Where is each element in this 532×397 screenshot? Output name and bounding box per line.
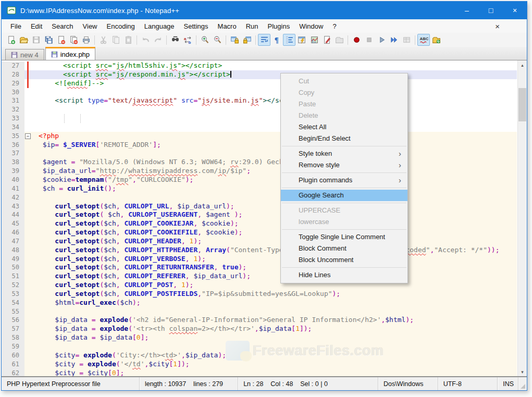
redo-button[interactable] [152,34,164,46]
line-text[interactable]: $ip_data_url="http://whatismyipaddress.c… [35,167,517,176]
line-text[interactable]: $city = $city[0]; [35,369,517,377]
close-file-button[interactable] [55,34,67,46]
macro-save-button[interactable] [400,34,413,46]
macro-stop-button[interactable] [363,34,375,46]
resize-grip[interactable] [518,377,527,390]
paste-button[interactable] [122,34,134,46]
user-defined-language-button[interactable] [320,34,333,46]
line-text[interactable]: curl_setopt( $ch, CURLOPT_USERAGENT, $ag… [35,210,517,219]
line-text[interactable]: $ip_data = explode('<h2 id="General-IP-I… [35,316,517,325]
line-text[interactable]: $ip_data = $ip_data[0]; [35,333,517,342]
copy-button[interactable] [109,34,122,46]
context-item-style-token[interactable]: Style token› [281,148,407,159]
line-text[interactable]: $agent = "Mozilla/5.0 (Windows NT 6.3; W… [35,158,517,167]
minimize-button[interactable]: – [455,2,479,19]
scrollbar-thumb[interactable] [518,88,526,121]
vertical-scrollbar[interactable]: ▴ ▾ [517,60,527,376]
context-item-block-comment[interactable]: Block Comment [281,243,407,254]
line-text[interactable]: curl_setopt($ch, CURLOPT_RETURNTRANSFER,… [35,263,517,272]
undo-button[interactable] [139,34,152,46]
new-file-button[interactable] [5,34,17,46]
fold-collapse-icon[interactable]: − [25,133,31,139]
find-button[interactable] [169,34,181,46]
zoom-in-button[interactable] [199,34,211,46]
replace-button[interactable]: ab [181,34,194,46]
menu-macro[interactable]: Macro [213,22,241,30]
context-item-hide-lines[interactable]: Hide Lines [281,269,407,281]
close-all-button[interactable] [67,34,80,46]
indent-guide-button[interactable] [283,34,295,46]
folder-as-workspace-button[interactable] [333,34,345,46]
line-text[interactable]: curl_setopt($ch, CURLOPT_POST, 1); [35,281,517,290]
context-item-begin-end-select[interactable]: Begin/End Select [281,133,407,144]
line-text[interactable]: curl_setopt($ch, CURLOPT_COOKIEJAR, $coo… [35,219,517,228]
line-text[interactable]: curl_setopt($ch, CURLOPT_HTTPHEADER, Arr… [35,246,517,255]
line-text[interactable]: curl_setopt($ch, CURLOPT_VERBOSE, 1); [35,255,517,264]
line-text[interactable] [35,307,517,316]
spell-check-button[interactable]: ABC [417,34,430,46]
line-text[interactable] [35,105,517,114]
scroll-down-arrow[interactable]: ▾ [518,367,527,376]
sync-vertical-button[interactable] [228,34,241,46]
menubar-close-icon[interactable]: × [495,22,500,31]
menu-encoding[interactable]: Encoding [102,22,140,30]
macro-record-button[interactable] [350,34,363,46]
code-editor[interactable]: 27 <script src="js/html5shiv.js"></scrip… [2,60,527,377]
tab-index-php[interactable]: index.php [45,47,95,60]
line-text[interactable]: <script type="text/javascript" src="js/s… [35,96,517,105]
context-item-plugin-commands[interactable]: Plugin commands› [281,175,407,186]
save-all-button[interactable] [42,34,55,46]
function-list-button[interactable] [295,34,308,46]
line-text[interactable]: curl_setopt($ch, CURLOPT_POSTFIELDS,"IP=… [35,290,517,299]
line-text[interactable] [35,123,517,132]
show-all-characters-button[interactable]: ¶ [270,34,283,46]
close-button[interactable]: × [503,2,527,19]
line-text[interactable]: <script src="js/html5shiv.js"></script> [35,61,517,70]
context-item-remove-style[interactable]: Remove style› [281,159,407,171]
menu-edit[interactable]: Edit [26,22,47,30]
open-file-button[interactable] [17,34,30,46]
macro-play-button[interactable] [375,34,388,46]
line-text[interactable] [35,342,517,351]
word-wrap-button[interactable] [258,34,270,46]
tab-new-4[interactable]: new 4 [5,49,44,60]
line-text[interactable]: $city= explode('City:</th><td>',$ip_data… [35,351,517,360]
macro-run-multiple-button[interactable] [388,34,400,46]
menu-window[interactable]: Window [294,22,328,30]
menu-file[interactable]: File [6,22,26,30]
save-file-button[interactable] [30,34,42,46]
menu-settings[interactable]: Settings [179,22,213,30]
line-text[interactable]: $html=curl_exec($ch); [35,299,517,307]
document-map-button[interactable] [308,34,320,46]
context-item-toggle-single-line-comment[interactable]: Toggle Single Line Comment [281,231,407,243]
menu-[interactable]: ? [328,22,341,30]
menu-plugins[interactable]: Plugins [263,22,295,30]
menu-language[interactable]: Language [140,22,179,30]
line-text[interactable] [35,193,517,202]
code-area[interactable]: 27 <script src="js/html5shiv.js"></scrip… [2,61,517,377]
menu-view[interactable]: View [78,22,102,30]
line-text[interactable]: <![endif]--> [35,79,517,88]
line-text[interactable]: $ip_data = explode('<tr><th colspan=2></… [35,325,517,333]
line-text[interactable]: $ip= $_SERVER['REMOTE_ADDR']; [35,141,517,150]
line-text[interactable]: <?php [35,132,517,141]
line-text[interactable]: $ch = curl_init(); [35,184,517,193]
line-text[interactable]: $city = explode('</td',$city[1]); [35,360,517,369]
print-button[interactable] [80,34,92,46]
menu-run[interactable]: Run [241,22,263,30]
context-item-select-all[interactable]: Select All [281,121,407,133]
line-text[interactable]: curl_setopt($ch, CURLOPT_COOKIEFILE, $co… [35,228,517,237]
sync-horizontal-button[interactable] [241,34,253,46]
maximize-button[interactable]: □ [479,2,503,19]
line-text[interactable]: curl_setopt($ch, CURLOPT_HEADER, 1); [35,237,517,246]
zoom-out-button[interactable] [211,34,224,46]
context-item-block-uncomment[interactable]: Block Uncomment [281,254,407,266]
menu-search[interactable]: Search [47,22,78,30]
line-text[interactable]: curl_setopt($ch, CURLOPT_URL, $ip_data_u… [35,202,517,211]
open-containing-folder-button[interactable] [430,34,442,46]
cut-button[interactable] [97,34,109,46]
line-text[interactable] [35,149,517,158]
context-item-google-search[interactable]: Google Search [281,190,407,201]
line-text[interactable]: $cookie=tempnam("/tmp","CURLCOOKIE"); [35,176,517,184]
scroll-up-arrow[interactable]: ▴ [518,60,527,69]
